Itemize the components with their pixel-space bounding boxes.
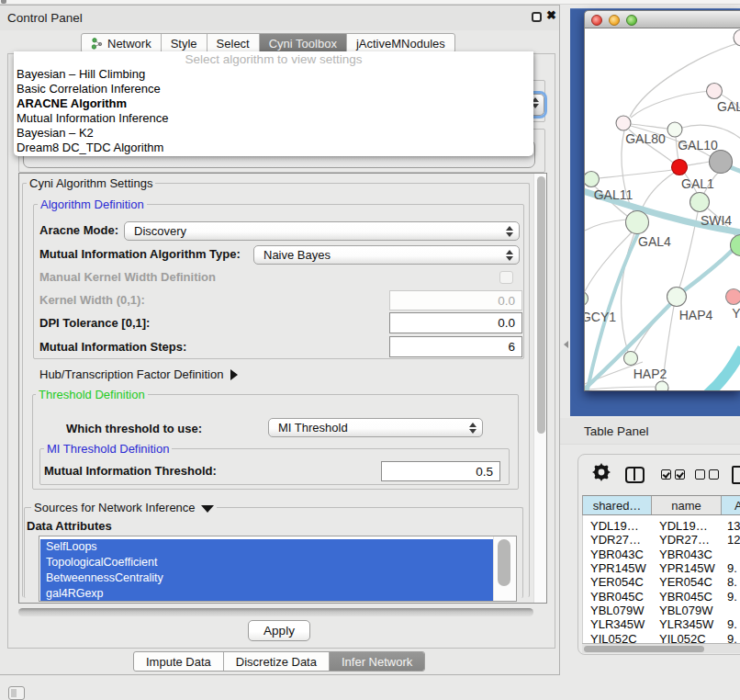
horizontal-scrollbar-track[interactable] (18, 608, 533, 616)
attribute-item[interactable]: BetweennessCentrality (40, 570, 493, 586)
cytoscape-desktop: GALGAL80GAL10GAL1GAL11SWI4GAL4GCY1HAP4YH… (570, 8, 740, 416)
sources-title[interactable]: Sources for Network Inference (31, 501, 217, 514)
restore-panel-icon[interactable] (8, 686, 25, 700)
network-edge[interactable] (682, 125, 740, 139)
network-node-top-right[interactable] (734, 29, 740, 46)
aracne-mode-combobox[interactable]: Discovery (124, 221, 520, 241)
table-row[interactable]: YBR043CYBR043C (583, 548, 740, 561)
table-cell: YBL079W (583, 604, 652, 617)
network-canvas[interactable]: GALGAL80GAL10GAL1GAL11SWI4GAL4GCY1HAP4YH… (584, 28, 740, 391)
table-row[interactable]: YBR045CYBR045C9. (583, 589, 740, 603)
network-edge[interactable] (585, 387, 656, 390)
vertical-scrollbar-track[interactable] (533, 174, 546, 603)
table-cell: YBR045C (652, 590, 722, 604)
tab-style[interactable]: Style (161, 34, 207, 52)
network-node-gal10[interactable] (710, 151, 733, 174)
tab-select[interactable]: Select (207, 34, 259, 52)
kernel-width-field[interactable]: 0.0 (389, 290, 522, 310)
network-window-titlebar[interactable] (584, 10, 740, 28)
dropdown-item[interactable]: Dream8 DC_TDC Algorithm (14, 141, 533, 155)
dropdown-item[interactable]: Bayesian – Hill Climbing (14, 67, 533, 82)
select-all-checkboxes-icon[interactable] (661, 469, 685, 480)
tab-network[interactable]: Network (82, 34, 161, 52)
network-edge[interactable] (631, 91, 714, 118)
dropdown-item[interactable]: Mutual Information Inference (14, 111, 533, 126)
column-header[interactable]: A (722, 496, 740, 514)
close-traffic-light-icon[interactable] (591, 15, 602, 26)
attribute-item[interactable]: SelfLoops (40, 539, 493, 555)
dropdown-item[interactable]: Basic Correlation Inference (14, 82, 533, 96)
network-node-gcy1[interactable] (585, 292, 589, 306)
tab-cyni-toolbox[interactable]: Cyni Toolbox (259, 34, 346, 52)
column-header[interactable]: shared… (583, 496, 652, 514)
table-row[interactable]: YER054CYER054C8. (583, 575, 740, 589)
list-scrollbar-thumb[interactable] (498, 539, 510, 586)
table-row[interactable]: YLR345WYLR345W9. (583, 617, 740, 631)
table-row[interactable]: YIL052CYIL052C9. (583, 631, 740, 643)
network-node-gal80[interactable] (616, 116, 631, 130)
table-cell: YDR27… (652, 533, 722, 547)
gear-icon[interactable] (592, 463, 611, 481)
table-row[interactable]: YPR145WYPR145W9. (583, 561, 740, 575)
network-node-swi4[interactable] (690, 193, 710, 212)
float-panel-icon[interactable] (532, 12, 542, 22)
dpi-tolerance-field[interactable]: 0.0 (389, 312, 522, 333)
mode-tab-discretize-data[interactable]: Discretize Data (223, 652, 329, 671)
table-cell: YDL19… (583, 519, 652, 533)
table-hscrollbar-thumb[interactable] (584, 646, 704, 652)
network-node-hap4[interactable] (667, 288, 687, 307)
mode-tab-impute-data[interactable]: Impute Data (134, 652, 223, 671)
cyni-toolbox-panel: Cyni Algorithm Settings Algorithm Defini… (7, 53, 555, 649)
network-node-mid-white[interactable] (667, 122, 682, 137)
data-attributes-list[interactable]: SelfLoopsTopologicalCoefficientBetweenne… (39, 536, 517, 602)
network-edge[interactable] (585, 220, 626, 231)
network-edge[interactable] (687, 162, 710, 165)
new-file-icon[interactable] (732, 466, 740, 484)
mi-threshold-label: Mutual Information Threshold: (44, 464, 217, 478)
table-row[interactable]: YDL19…YDL19…13 (583, 519, 740, 533)
network-node-hap2[interactable] (624, 352, 638, 366)
mi-type-value: Naive Bayes (254, 248, 500, 262)
network-node-bottom[interactable] (656, 381, 668, 391)
zoom-traffic-light-icon[interactable] (626, 15, 637, 26)
vertical-scrollbar-thumb[interactable] (537, 176, 545, 434)
attribute-item[interactable]: TopologicalCoefficient (40, 555, 493, 570)
table-hscrollbar-track[interactable] (582, 643, 740, 653)
network-edge[interactable] (641, 173, 674, 211)
network-edge[interactable] (599, 170, 672, 178)
which-threshold-combobox[interactable]: MI Threshold (268, 418, 483, 437)
split-pane-collapse-icon[interactable] (564, 341, 568, 348)
dropdown-item[interactable]: ARACNE Algorithm (14, 96, 533, 111)
list-scrollbar-track[interactable] (493, 536, 516, 601)
mi-threshold-field[interactable]: 0.5 (381, 461, 500, 481)
algorithm-dropdown-popup: Select algorithm to view settings Bayesi… (14, 51, 533, 156)
dropdown-item[interactable]: Bayesian – K2 (14, 126, 533, 141)
manual-kernel-checkbox[interactable] (499, 271, 513, 284)
minimize-traffic-light-icon[interactable] (609, 15, 620, 26)
mode-tab-infer-network[interactable]: Infer Network (329, 652, 424, 671)
network-node-gal1[interactable] (672, 160, 688, 175)
network-edge[interactable] (622, 233, 634, 352)
table-row[interactable]: YDR27…YDR27…12 (583, 533, 740, 547)
hub-factor-expander[interactable]: Hub/Transcription Factor Definition (39, 367, 238, 381)
table-row[interactable]: YBL079WYBL079W (583, 604, 740, 617)
close-icon[interactable]: ✖ (546, 8, 556, 22)
network-node-gal2[interactable] (707, 84, 723, 99)
table-cell: YBR043C (652, 548, 722, 561)
network-icon (91, 38, 103, 50)
table-cell: YER054C (652, 575, 722, 589)
aracne-mode-value: Discovery (125, 224, 500, 238)
column-header[interactable]: name (652, 496, 722, 514)
network-node-pink-right[interactable] (726, 289, 740, 305)
mi-steps-field[interactable]: 6 (389, 336, 522, 357)
apply-button[interactable]: Apply (248, 620, 310, 641)
mi-algorithm-type-combobox[interactable]: Naive Bayes (253, 245, 520, 265)
tab-jactivemnodules[interactable]: jActiveMNodules (346, 34, 454, 52)
split-view-icon[interactable] (625, 467, 645, 483)
unselect-all-checkboxes-icon[interactable] (695, 469, 719, 480)
network-edge[interactable] (706, 348, 740, 391)
network-node-gal4[interactable] (626, 211, 649, 234)
network-node-gal11[interactable] (585, 172, 600, 187)
node-table: shared…nameA YDL19…YDL19…13YDR27…YDR27…1… (582, 495, 740, 643)
attribute-item[interactable]: gal4RGexp (40, 586, 493, 602)
